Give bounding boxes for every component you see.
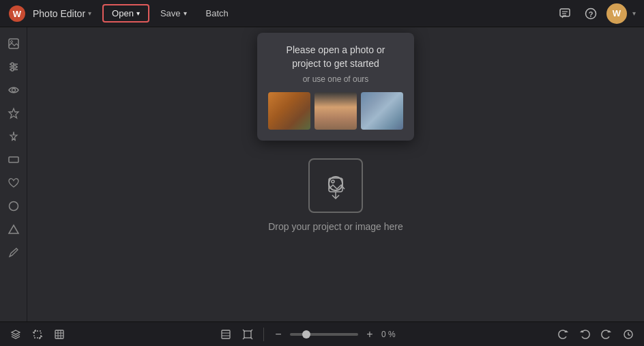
footer-right	[554, 326, 637, 343]
undo-icon	[579, 329, 590, 340]
undo-button[interactable]	[576, 326, 594, 343]
sidebar-item-image[interactable]	[3, 33, 25, 55]
svg-point-8	[10, 41, 12, 43]
circle-icon	[8, 200, 20, 212]
help-icon: ?	[585, 8, 597, 20]
main-area: Please open a photo or project to get st…	[0, 27, 644, 321]
open-button[interactable]: Open ▾	[102, 4, 149, 23]
svg-rect-7	[9, 39, 18, 48]
eye-icon	[8, 84, 20, 96]
crop-icon	[32, 329, 43, 340]
svg-marker-24	[12, 330, 20, 334]
svg-marker-16	[9, 109, 18, 118]
svg-point-13	[14, 66, 16, 68]
batch-button[interactable]: Batch	[198, 5, 237, 21]
svg-rect-25	[34, 331, 41, 338]
sidebar-item-star[interactable]	[3, 102, 25, 124]
history-icon	[623, 329, 634, 340]
star-icon	[8, 107, 20, 119]
history-button[interactable]	[619, 326, 637, 343]
drop-text: Drop your project or image here	[268, 221, 403, 232]
footer: − + 0 %	[0, 321, 644, 346]
chat-icon	[559, 8, 571, 20]
drop-image-icon	[319, 169, 353, 203]
svg-rect-30	[55, 330, 63, 338]
thumbnail-van[interactable]	[268, 92, 310, 130]
sidebar-item-circle[interactable]	[3, 195, 25, 217]
avatar[interactable]: W	[606, 3, 627, 24]
thumbnail-person[interactable]	[314, 92, 357, 130]
frame-icon	[54, 329, 65, 340]
svg-rect-17	[9, 157, 18, 162]
sidebar-item-view[interactable]	[3, 79, 25, 101]
zoom-in-button[interactable]: +	[362, 327, 377, 342]
drop-zone[interactable]: Drop your project or image here	[268, 158, 403, 232]
svg-point-18	[9, 202, 18, 211]
header-right: ? W ▾	[555, 3, 636, 24]
header: W Photo Editor ▾ Open ▾ Save ▾ Batch ?	[0, 0, 644, 27]
sparkle-icon	[8, 130, 20, 143]
zoom-label: 0 %	[381, 330, 405, 339]
zoom-fit-icon	[220, 329, 231, 340]
svg-text:W: W	[13, 9, 22, 19]
save-button[interactable]: Save ▾	[152, 5, 195, 21]
footer-left	[7, 326, 68, 343]
triangle-icon	[8, 223, 20, 235]
sidebar-item-effects[interactable]	[3, 126, 25, 147]
avatar-chevron: ▾	[632, 10, 636, 17]
help-button[interactable]: ?	[581, 3, 601, 24]
sidebar-item-rect[interactable]	[3, 149, 25, 171]
sliders-icon	[8, 61, 20, 73]
sidebar-item-heart[interactable]	[3, 172, 25, 194]
frame-button[interactable]	[50, 326, 68, 343]
redo-icon	[601, 329, 612, 340]
canvas-area: Please open a photo or project to get st…	[27, 27, 644, 321]
drop-icon-box	[308, 158, 363, 213]
thumbnail-bikes[interactable]	[361, 92, 403, 130]
popup-subtitle: or use one of ours	[271, 74, 400, 84]
svg-point-22	[332, 180, 334, 183]
rotate-icon	[557, 329, 568, 340]
svg-text:?: ?	[589, 10, 594, 18]
layers-button[interactable]	[7, 326, 25, 343]
chat-button[interactable]	[555, 3, 575, 24]
sidebar-item-adjust[interactable]	[3, 56, 25, 78]
svg-point-12	[11, 63, 14, 66]
sidebar	[0, 27, 27, 321]
pen-icon	[8, 246, 20, 259]
crop-button[interactable]	[29, 326, 46, 343]
open-popup: Please open a photo or project to get st…	[257, 33, 414, 141]
svg-point-14	[11, 68, 14, 71]
svg-point-15	[12, 89, 15, 92]
sidebar-item-triangle[interactable]	[3, 218, 25, 240]
popup-thumbnails	[271, 92, 400, 130]
redo-button[interactable]	[598, 326, 615, 343]
zoom-fit-button[interactable]	[217, 326, 235, 343]
popup-title: Please open a photo or project to get st…	[271, 44, 400, 70]
app-title: Photo Editor ▾	[33, 8, 91, 19]
zoom-slider[interactable]	[290, 333, 358, 336]
footer-center: − + 0 %	[72, 326, 550, 343]
zoom-crop-button[interactable]	[239, 326, 257, 343]
svg-rect-38	[244, 331, 251, 338]
sidebar-item-pen[interactable]	[3, 242, 25, 263]
zoom-crop-icon	[242, 329, 253, 340]
app-logo: W	[8, 5, 26, 23]
layers-icon	[10, 329, 21, 340]
svg-rect-35	[222, 330, 230, 338]
rotate-button[interactable]	[554, 326, 572, 343]
heart-icon	[8, 177, 20, 189]
rect-icon	[8, 154, 20, 166]
image-icon	[8, 38, 20, 50]
zoom-out-button[interactable]: −	[271, 327, 286, 342]
footer-separator	[263, 328, 264, 341]
svg-marker-19	[9, 225, 18, 233]
